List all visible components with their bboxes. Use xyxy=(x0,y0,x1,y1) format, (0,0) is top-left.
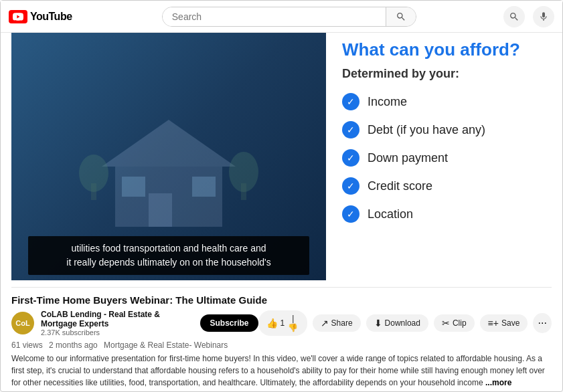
list-item-credit-score-label: Credit score xyxy=(368,179,432,193)
video-description: Welcome to our informative presentation … xyxy=(11,353,552,389)
channel-row: CoL CoLAB Lending - Real Estate & Mortga… xyxy=(11,310,552,336)
check-icon-down-payment: ✓ xyxy=(342,149,359,167)
youtube-logo-text: YouTube xyxy=(30,11,72,23)
video-title: First-Time Home Buyers Webinar: The Ulti… xyxy=(11,294,552,306)
dislike-icon: | 👎 xyxy=(287,314,299,332)
svg-rect-4 xyxy=(192,177,216,197)
svg-rect-3 xyxy=(122,177,145,197)
time-ago: 2 months ago xyxy=(49,340,98,350)
list-item-location: ✓ Location xyxy=(342,205,536,223)
browser-window: YouTube xyxy=(0,0,563,392)
subscribe-button[interactable]: Subscribe xyxy=(200,314,258,332)
channel-name[interactable]: CoLAB Lending - Real Estate & Mortgage E… xyxy=(41,310,193,328)
list-item-debt: ✓ Debt (if you have any) xyxy=(342,121,536,138)
category: Mortgage & Real Estate- Webinars xyxy=(104,340,228,350)
house-silhouette xyxy=(75,106,262,227)
youtube-header: YouTube xyxy=(1,1,562,33)
video-info-section: First-Time Home Buyers Webinar: The Ulti… xyxy=(11,287,552,391)
save-label: Save xyxy=(501,318,519,328)
view-count: 61 views xyxy=(11,340,43,350)
more-options-icon: ··· xyxy=(538,317,546,329)
list-item-income: ✓ Income xyxy=(342,93,536,110)
svg-rect-2 xyxy=(149,193,172,227)
search-bar xyxy=(162,7,416,27)
svg-marker-1 xyxy=(102,120,236,167)
more-link[interactable]: ...more xyxy=(485,378,511,387)
youtube-logo[interactable]: YouTube xyxy=(9,10,72,23)
like-count: 1 xyxy=(280,318,285,328)
download-button[interactable]: ⬇ Download xyxy=(366,314,428,332)
check-icon-income: ✓ xyxy=(342,93,359,110)
info-panel: What can you afford? Determined by your:… xyxy=(326,33,552,287)
header-icons xyxy=(503,6,554,27)
download-label: Download xyxy=(385,318,420,328)
share-button[interactable]: ↗ Share xyxy=(313,314,361,332)
list-item-location-label: Location xyxy=(368,207,413,221)
save-icon: ≡+ xyxy=(488,318,499,328)
clip-button[interactable]: ✂ Clip xyxy=(434,314,475,332)
youtube-logo-icon xyxy=(9,10,27,23)
svg-rect-8 xyxy=(241,183,246,200)
check-icon-debt: ✓ xyxy=(342,121,359,138)
video-section: utilities food transportation and health… xyxy=(11,33,552,287)
list-item-credit-score: ✓ Credit score xyxy=(342,177,536,195)
list-item-down-payment: ✓ Down payment xyxy=(342,149,536,167)
video-description-text: Welcome to our informative presentation … xyxy=(11,354,545,387)
channel-name-col: CoLAB Lending - Real Estate & Mortgage E… xyxy=(41,310,193,336)
caption-line2: it really depends ultimately on on the h… xyxy=(66,257,270,268)
info-panel-subtitle: Determined by your: xyxy=(342,67,536,81)
check-icon-credit-score: ✓ xyxy=(342,177,359,195)
like-icon: 👍 xyxy=(266,318,278,328)
clip-label: Clip xyxy=(453,318,467,328)
svg-rect-6 xyxy=(91,183,96,200)
share-label: Share xyxy=(331,318,353,328)
channel-avatar: CoL xyxy=(11,312,34,334)
info-panel-title: What can you afford? xyxy=(342,39,536,60)
search-icon-button[interactable] xyxy=(503,6,525,27)
microphone-button[interactable] xyxy=(533,6,554,27)
share-icon: ↗ xyxy=(321,318,329,328)
video-meta: 61 views 2 months ago Mortgage & Real Es… xyxy=(11,340,552,350)
info-list: ✓ Income ✓ Debt (if you have any) ✓ Down… xyxy=(342,93,536,223)
like-button[interactable]: 👍 1 | 👎 xyxy=(258,310,307,336)
list-item-debt-label: Debt (if you have any) xyxy=(368,123,485,137)
search-container xyxy=(86,7,493,27)
channel-subscribers: 2.37K subscribers xyxy=(41,328,193,336)
search-button[interactable] xyxy=(386,7,416,26)
video-player[interactable]: utilities food transportation and health… xyxy=(11,33,326,280)
channel-left: CoL CoLAB Lending - Real Estate & Mortga… xyxy=(11,310,258,336)
download-icon: ⬇ xyxy=(374,318,382,328)
search-input[interactable] xyxy=(163,7,386,26)
more-options-button[interactable]: ··· xyxy=(533,313,552,333)
save-button[interactable]: ≡+ Save xyxy=(480,314,528,332)
caption-line1: utilities food transportation and health… xyxy=(71,243,266,254)
clip-icon: ✂ xyxy=(442,318,450,328)
action-buttons: 👍 1 | 👎 ↗ Share ⬇ Download ✂ Clip xyxy=(258,310,552,336)
video-caption: utilities food transportation and health… xyxy=(28,236,309,275)
list-item-income-label: Income xyxy=(368,95,407,109)
list-item-down-payment-label: Down payment xyxy=(368,151,448,165)
main-content: utilities food transportation and health… xyxy=(1,33,562,391)
check-icon-location: ✓ xyxy=(342,205,359,223)
